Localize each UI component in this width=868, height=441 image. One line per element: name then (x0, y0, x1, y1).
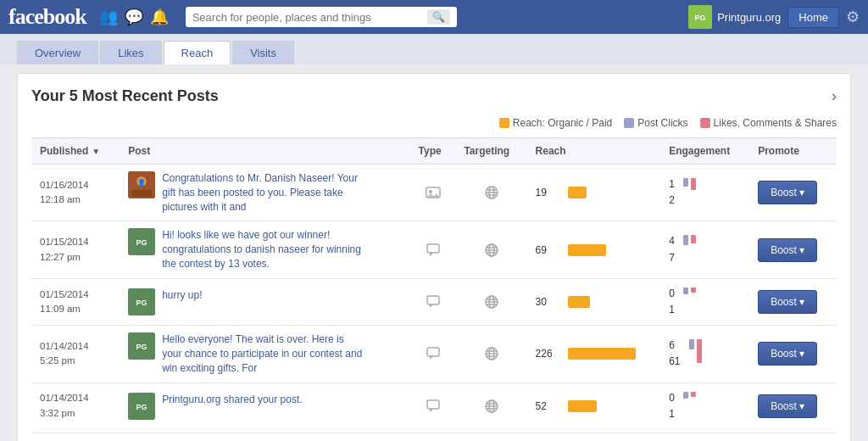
boost-button[interactable]: Boost ▾ (758, 290, 817, 314)
reach-number: 52 (536, 400, 561, 412)
reach-cell: 69 (527, 221, 661, 278)
engagement-bottom: 1 (669, 302, 675, 318)
reach-bar-group (568, 187, 587, 198)
svg-text:PG: PG (136, 299, 147, 307)
engagement-numbers: 0 1 (669, 390, 675, 422)
engagement-bottom: 61 (669, 354, 680, 370)
legend-clicks-label: Post Clicks (637, 117, 687, 129)
col-header-type: Type (410, 138, 456, 165)
boost-button[interactable]: Boost ▾ (758, 342, 817, 366)
post-clicks-bar (683, 392, 688, 399)
facebook-logo: facebook (8, 4, 86, 30)
legend-reach-label: Reach: Organic / Paid (513, 117, 612, 129)
boost-button[interactable]: Boost ▾ (758, 238, 817, 262)
legend-post-clicks: Post Clicks (624, 117, 687, 129)
post-link[interactable]: Hi! looks like we have got our winner! c… (162, 228, 365, 271)
notifications-icon[interactable]: 🔔 (150, 8, 169, 26)
tab-strip: Overview Likes Reach Visits (0, 34, 868, 64)
post-clicks-bar (689, 339, 694, 349)
published-sort-icon: ▼ (92, 147, 100, 156)
targeting-cell (455, 165, 526, 221)
search-input[interactable] (192, 11, 427, 24)
legend-likes: Likes, Comments & Shares (700, 117, 837, 129)
engagement-numbers: 4 7 (669, 233, 675, 265)
tab-visits[interactable]: Visits (232, 41, 294, 64)
boost-button[interactable]: Boost ▾ (758, 181, 817, 204)
see-all-posts-link[interactable]: See All Posts (31, 433, 837, 441)
nav-icons-group: 👥 💬 🔔 (99, 8, 169, 26)
svg-rect-4 (131, 190, 152, 197)
friends-icon[interactable]: 👥 (99, 8, 118, 26)
post-link[interactable]: Hello everyone! The wait is over. Here i… (162, 332, 365, 375)
reach-bar-group (568, 296, 590, 308)
likes-bar (691, 392, 696, 397)
engagement-top: 0 (669, 390, 675, 406)
legend-reach-dot (499, 118, 509, 128)
type-cell (410, 382, 456, 429)
messages-icon[interactable]: 💬 (125, 8, 143, 26)
tab-reach[interactable]: Reach (164, 41, 231, 64)
svg-text:PG: PG (136, 403, 147, 411)
engagement-top: 6 (669, 338, 680, 354)
date-cell: 01/15/201411:09 am (31, 278, 120, 325)
reach-cell: 30 (527, 278, 661, 325)
likes-bar (691, 235, 696, 243)
main-content-area: Your 5 Most Recent Posts › Reach: Organi… (17, 73, 851, 441)
settings-gear-icon[interactable]: ⚙ (846, 8, 860, 26)
engagement-cell: 4 7 (660, 221, 749, 278)
reach-cell: 52 (527, 382, 661, 429)
reach-organic-bar (568, 187, 587, 198)
reach-organic-bar (568, 400, 597, 412)
table-row: 01/16/201412:18 am 👤 Congratulations to … (31, 165, 837, 221)
type-cell (410, 165, 456, 221)
engagement-cell: 1 2 (660, 165, 749, 221)
reach-cell: 226 (527, 326, 661, 382)
home-button[interactable]: Home (787, 7, 839, 28)
section-title: Your 5 Most Recent Posts (31, 87, 219, 105)
reach-bar-group (568, 348, 636, 360)
reach-number: 19 (536, 187, 561, 198)
top-navigation: facebook 👥 💬 🔔 🔍 PG Printguru.org Home ⚙ (0, 0, 868, 34)
post-thumbnail: PG (128, 228, 155, 255)
table-row: 01/15/201411:09 am PG hurry up! 30 0 1 B… (31, 278, 837, 325)
table-row: 01/14/20145:25 pm PG Hello everyone! The… (31, 326, 837, 382)
col-header-targeting: Targeting (455, 138, 526, 165)
promote-cell: Boost ▾ (749, 326, 837, 382)
targeting-globe-icon (464, 399, 518, 413)
likes-bar (691, 178, 696, 190)
svg-text:PG: PG (695, 14, 706, 22)
col-header-post: Post (120, 138, 409, 165)
post-link[interactable]: Congratulations to Mr. Danish Naseer! Yo… (162, 171, 365, 214)
likes-bar (691, 287, 696, 293)
section-header: Your 5 Most Recent Posts › (31, 87, 837, 105)
legend-reach: Reach: Organic / Paid (499, 117, 612, 129)
reach-number: 30 (536, 296, 561, 308)
likes-bar (697, 339, 702, 363)
engagement-numbers: 1 2 (669, 176, 675, 209)
section-expand-arrow[interactable]: › (832, 87, 837, 105)
svg-rect-16 (427, 244, 439, 253)
tab-overview[interactable]: Overview (17, 41, 98, 64)
post-thumbnail: PG (128, 393, 155, 420)
date-cell: 01/14/20145:25 pm (31, 326, 120, 382)
boost-button[interactable]: Boost ▾ (758, 394, 817, 418)
legend-clicks-dot (624, 118, 634, 128)
post-link[interactable]: hurry up! (162, 288, 202, 303)
post-link[interactable]: Printguru.org shared your post. (162, 393, 302, 407)
nav-profile[interactable]: PG Printguru.org (688, 5, 781, 29)
type-cell (410, 221, 456, 278)
col-header-published[interactable]: Published ▼ (31, 138, 120, 165)
engagement-numbers: 6 61 (669, 338, 680, 370)
reach-organic-bar (568, 348, 636, 360)
tab-likes[interactable]: Likes (100, 41, 161, 64)
col-header-reach: Reach (527, 138, 661, 165)
targeting-globe-icon (464, 186, 518, 199)
reach-cell: 19 (527, 165, 661, 221)
svg-point-8 (429, 190, 432, 193)
date-cell: 01/14/20143:32 pm (31, 382, 120, 429)
engagement-bottom: 1 (669, 406, 675, 422)
date-cell: 01/15/201412:27 pm (31, 221, 120, 278)
engagement-cell: 6 61 (660, 326, 749, 382)
engagement-bottom: 2 (669, 193, 675, 209)
search-button[interactable]: 🔍 (427, 9, 450, 25)
